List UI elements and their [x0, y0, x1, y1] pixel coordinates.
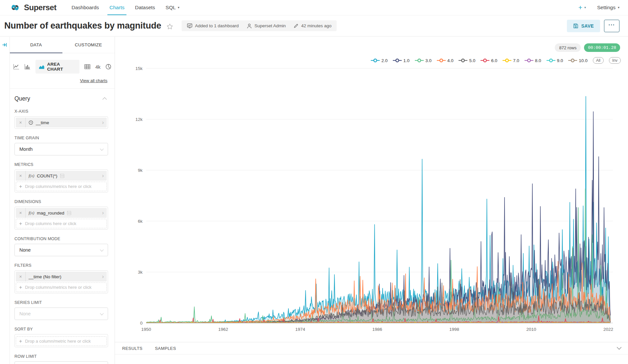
view-all-charts-link[interactable]: View all charts	[80, 78, 107, 83]
remove-icon[interactable]: ×	[16, 118, 26, 127]
tab-customize-label: CUSTOMIZE	[75, 42, 102, 47]
legend-item-3-0[interactable]: 3.0	[415, 58, 432, 63]
user-icon	[247, 23, 252, 29]
legend-item-7-0[interactable]: 7.0	[503, 58, 519, 63]
dimensions-drop-zone[interactable]: +Drop columns here or click	[16, 219, 107, 228]
area-chart-canvas[interactable]: 03k6k9k12k15k195019621974198619982010202…	[115, 37, 628, 342]
legend-item-10-0[interactable]: 10.0	[568, 58, 587, 63]
legend-marker-icon	[371, 58, 380, 62]
series-limit-select[interactable]: None	[14, 307, 108, 320]
section-label-time-grain: TIME GRAIN	[14, 136, 108, 140]
pill-label: COUNT(*)	[37, 173, 57, 178]
legend-action-inv[interactable]: Inv	[609, 57, 621, 64]
query-section-header[interactable]: Query	[14, 95, 108, 102]
legend-item-9-0[interactable]: 9.0	[547, 58, 563, 63]
legend-marker-icon	[437, 58, 446, 62]
remove-icon[interactable]: ×	[16, 272, 26, 282]
drop-zone-label: Drop a column/metric here or click	[25, 339, 91, 344]
section-label-sort-by: SORT BY	[14, 327, 108, 331]
last-modified[interactable]: 42 minutes ago	[294, 23, 331, 28]
svg-text:9k: 9k	[138, 168, 143, 173]
legend-item-1-0[interactable]: 1.0	[393, 58, 410, 63]
line-chart-icon[interactable]	[13, 64, 19, 70]
big-number-chart-type[interactable]: 4k	[95, 64, 101, 70]
legend-item-4-0[interactable]: 4.0	[437, 58, 454, 63]
expression-grid-icon	[67, 211, 71, 215]
panel-tabs: DATA CUSTOMIZE	[10, 37, 115, 53]
plus-icon: +	[19, 221, 22, 227]
save-button[interactable]: SAVE	[567, 20, 600, 32]
save-button-label: SAVE	[581, 23, 594, 29]
plus-icon: +	[19, 284, 22, 290]
legend-action-all[interactable]: All	[593, 57, 604, 64]
settings-menu-button[interactable]: Settings ▾	[597, 5, 619, 11]
time-grain-select[interactable]: Month	[14, 143, 108, 155]
superset-logo-icon	[9, 4, 21, 11]
legend-item-6-0[interactable]: 6.0	[481, 58, 497, 63]
tab-data[interactable]: DATA	[10, 37, 62, 53]
chevron-right-icon: ›	[102, 274, 107, 280]
nav-item-label: SQL	[166, 5, 176, 11]
function-icon: f(x)	[29, 211, 34, 216]
legend-item-label: 2.0	[381, 58, 388, 63]
superset-home-link[interactable]: Superset	[9, 0, 56, 15]
more-actions-button[interactable]: ···	[604, 20, 619, 32]
chevron-right-icon: ›	[102, 173, 107, 179]
legend-item-8-0[interactable]: 8.0	[525, 58, 541, 63]
dashboard-icon	[187, 23, 192, 29]
legend-marker-icon	[547, 58, 555, 62]
legend-item-label: 3.0	[425, 58, 432, 63]
remove-icon[interactable]: ×	[16, 208, 26, 218]
collapse-panel-icon[interactable]	[2, 42, 8, 48]
dimensions-value-pill[interactable]: ×f(x)mag_rounded›	[16, 208, 107, 218]
query-duration-badge: 00:00:01.28	[584, 43, 620, 52]
select-value: None	[19, 247, 31, 253]
nav-item-charts[interactable]: Charts	[104, 0, 130, 15]
nav-item-sql[interactable]: SQL▾	[160, 0, 185, 15]
filters-value-pill[interactable]: ×__time (No filter)›	[16, 272, 107, 282]
x-axis-value-pill[interactable]: ×__time›	[16, 118, 107, 127]
dashboards-attached[interactable]: Added to 1 dashboard	[187, 23, 239, 29]
svg-text:0: 0	[140, 321, 143, 326]
pill-content: __time (No filter)	[26, 274, 102, 279]
chart-type-label: AREA CHART	[47, 62, 77, 72]
chart-type-row: AREA CHART 4k	[13, 60, 111, 74]
nav-item-dashboards[interactable]: Dashboards	[66, 0, 104, 15]
section-label-x-axis: X-AXIS	[14, 109, 108, 114]
metrics-control: ×f(x)COUNT(*)›+Drop columns/metrics here…	[14, 170, 108, 193]
metrics-value-pill[interactable]: ×f(x)COUNT(*)›	[16, 171, 107, 181]
tab-results[interactable]: RESULTS	[122, 346, 143, 351]
tab-data-label: DATA	[30, 42, 42, 47]
sort-by-drop-zone[interactable]: +Drop a column/metric here or click	[16, 336, 107, 346]
table-chart-icon[interactable]	[84, 64, 90, 69]
tab-customize[interactable]: CUSTOMIZE	[62, 37, 115, 53]
svg-text:1950: 1950	[141, 327, 151, 332]
chart-legend: 2.01.03.04.05.06.07.08.09.010.0AllInv	[371, 57, 621, 64]
new-item-button[interactable]: + ▾	[578, 4, 586, 11]
chart-type-selected[interactable]: AREA CHART	[35, 60, 79, 74]
chevron-down-icon[interactable]	[617, 345, 621, 350]
plus-icon: +	[19, 184, 22, 190]
caret-down-icon: ▾	[178, 6, 179, 9]
nav-item-datasets[interactable]: Datasets	[130, 0, 160, 15]
metrics-drop-zone[interactable]: +Drop columns/metrics here or click	[16, 182, 107, 191]
bar-chart-icon[interactable]	[24, 64, 31, 70]
select-value: Month	[19, 147, 33, 152]
row-limit-select[interactable]: 10000	[14, 361, 108, 364]
favorite-star-icon[interactable]	[167, 23, 173, 30]
chart-owner[interactable]: Superset Admin	[247, 23, 286, 29]
pencil-icon	[294, 23, 299, 28]
legend-item-5-0[interactable]: 5.0	[459, 58, 475, 63]
pie-chart-icon[interactable]	[105, 64, 111, 70]
caret-down-icon: ▾	[618, 6, 619, 9]
ellipsis-icon: ···	[609, 22, 615, 28]
brand-name: Superset	[24, 3, 56, 12]
header-actions: SAVE ···	[567, 20, 619, 32]
section-label-row-limit: ROW LIMIT	[14, 354, 108, 359]
tab-samples[interactable]: SAMPLES	[155, 346, 176, 351]
contribution-mode-select[interactable]: None	[14, 244, 108, 256]
chevron-down-icon	[100, 147, 103, 150]
remove-icon[interactable]: ×	[16, 171, 26, 181]
legend-item-2-0[interactable]: 2.0	[371, 58, 388, 63]
filters-drop-zone[interactable]: +Drop columns/metrics here or click	[16, 283, 107, 292]
